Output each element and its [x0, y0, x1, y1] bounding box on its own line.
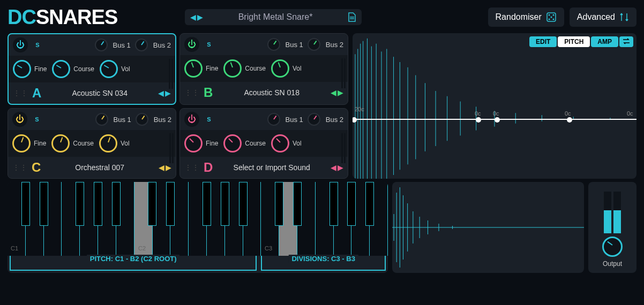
slot-c[interactable]: ⏻ s Bus 1 Bus 2 Fine Course Vol ⋮⋮ C Orc… [8, 108, 176, 179]
bus1-label: Bus 1 [114, 116, 131, 124]
drag-handle-icon[interactable]: ⋮⋮ [184, 165, 199, 170]
fine-knob[interactable] [12, 134, 31, 152]
course-knob[interactable] [223, 134, 242, 152]
preset-next-icon[interactable]: ▶ [197, 13, 203, 21]
header: DCSNARES ◀ ▶ Bright Metal Snare* Randomi… [8, 4, 636, 30]
logo-prefix: DC [8, 6, 36, 29]
solo-button[interactable]: s [32, 114, 42, 125]
power-button[interactable]: ⏻ [12, 112, 27, 127]
sound-name[interactable]: Acoustic SN 018 [217, 88, 326, 97]
preset-name[interactable]: Bright Metal Snare* [208, 12, 342, 22]
slot-a[interactable]: ⏻ s Bus 1 Bus 2 Fine Course Vol ⋮⋮ A Aco… [8, 33, 176, 105]
drag-handle-icon[interactable]: ⋮⋮ [13, 91, 28, 95]
sound-next-icon[interactable]: ▶ [338, 88, 343, 97]
bus1-knob[interactable] [267, 113, 280, 126]
vol-knob[interactable] [271, 134, 289, 152]
vol-knob[interactable] [271, 59, 289, 78]
env-label-0: 20c [355, 106, 364, 112]
solo-button[interactable]: s [204, 39, 214, 50]
tab-pitch[interactable]: PITCH [558, 36, 590, 47]
bus1-label: Bus 1 [113, 41, 131, 49]
sound-name[interactable]: Orchestral 007 [45, 163, 154, 172]
swap-icon[interactable] [619, 36, 633, 47]
black-key[interactable] [347, 182, 356, 226]
svg-point-3 [550, 17, 552, 18]
envelope-node-1[interactable] [476, 117, 481, 123]
black-key[interactable] [330, 182, 338, 226]
black-key[interactable] [203, 182, 211, 226]
black-key[interactable] [94, 182, 102, 226]
bus2-label: Bus 2 [326, 41, 343, 49]
preset-prev-icon[interactable]: ◀ [190, 13, 196, 21]
black-key[interactable] [21, 182, 30, 226]
waveform-editor[interactable]: EDIT PITCH AMP [353, 33, 636, 179]
oct-label-c3: C3 [265, 245, 272, 251]
slot-b[interactable]: ⏻ s Bus 1 Bus 2 Fine Course Vol ⋮⋮ B Aco… [179, 33, 348, 105]
black-key[interactable] [76, 182, 84, 226]
drag-handle-icon[interactable]: ⋮⋮ [184, 90, 199, 95]
advanced-icon [619, 12, 629, 22]
black-key[interactable] [112, 182, 121, 226]
sound-next-icon[interactable]: ▶ [338, 163, 343, 172]
vol-knob[interactable] [99, 134, 117, 152]
sound-next-icon[interactable]: ▶ [166, 163, 171, 172]
fine-knob[interactable] [184, 59, 203, 78]
svg-point-1 [548, 14, 550, 16]
env-label-4: 0c [627, 110, 633, 117]
envelope-node-2[interactable] [495, 117, 500, 123]
output-label: Output [603, 260, 622, 268]
power-button[interactable]: ⏻ [184, 112, 199, 127]
advanced-button[interactable]: Advanced [570, 7, 636, 27]
oct-label-c1: C1 [11, 245, 18, 251]
course-knob[interactable] [52, 60, 70, 78]
sound-prev-icon[interactable]: ◀ [331, 163, 336, 172]
envelope-node-3[interactable] [567, 117, 572, 123]
drag-handle-icon[interactable]: ⋮⋮ [12, 165, 27, 170]
black-key[interactable] [275, 182, 283, 226]
svg-point-4 [548, 19, 550, 20]
black-key[interactable] [239, 182, 248, 226]
bus1-knob[interactable] [95, 113, 108, 126]
pitch-range-label: PITCH: C1 - B2 (C2 ROOT) [87, 255, 180, 263]
randomiser-button[interactable]: Randomiser [488, 7, 564, 27]
fine-label: Fine [34, 65, 47, 73]
slot-letter: C [32, 160, 41, 175]
fine-knob[interactable] [13, 60, 31, 78]
course-label: Course [245, 140, 266, 147]
keyboard[interactable] [8, 182, 388, 256]
black-key[interactable] [365, 182, 374, 226]
solo-button[interactable]: s [204, 114, 214, 125]
bus2-knob[interactable] [308, 113, 320, 126]
black-key[interactable] [166, 182, 175, 226]
sound-name[interactable]: Acoustic SN 034 [46, 89, 154, 97]
black-key[interactable] [148, 182, 156, 226]
svg-point-2 [552, 14, 554, 16]
output-knob[interactable] [602, 237, 623, 257]
slot-d[interactable]: ⏻ s Bus 1 Bus 2 Fine Course Vol ⋮⋮ D Sel… [179, 108, 348, 179]
bus1-knob[interactable] [267, 38, 280, 51]
solo-button[interactable]: s [32, 40, 43, 50]
sound-prev-icon[interactable]: ◀ [159, 163, 164, 172]
bus1-knob[interactable] [95, 39, 108, 51]
course-knob[interactable] [51, 134, 70, 152]
vol-knob[interactable] [100, 60, 118, 78]
sound-prev-icon[interactable]: ◀ [158, 89, 164, 97]
preset-file-icon[interactable] [348, 12, 356, 22]
tab-amp[interactable]: AMP [591, 36, 618, 47]
bus2-knob[interactable] [135, 39, 148, 51]
bus2-knob[interactable] [136, 113, 148, 126]
black-key[interactable] [40, 182, 48, 226]
bus2-knob[interactable] [308, 38, 320, 51]
sound-prev-icon[interactable]: ◀ [331, 88, 336, 97]
power-button[interactable]: ⏻ [13, 37, 28, 52]
power-button[interactable]: ⏻ [184, 37, 199, 52]
course-label: Course [73, 140, 94, 147]
sound-next-icon[interactable]: ▶ [165, 89, 171, 97]
bus1-label: Bus 1 [286, 41, 303, 49]
course-knob[interactable] [223, 59, 242, 78]
fine-knob[interactable] [184, 134, 203, 152]
tab-edit[interactable]: EDIT [529, 36, 557, 47]
sound-name[interactable]: Select or Import Sound [217, 163, 326, 172]
black-key[interactable] [221, 182, 229, 226]
black-key[interactable] [293, 182, 302, 226]
